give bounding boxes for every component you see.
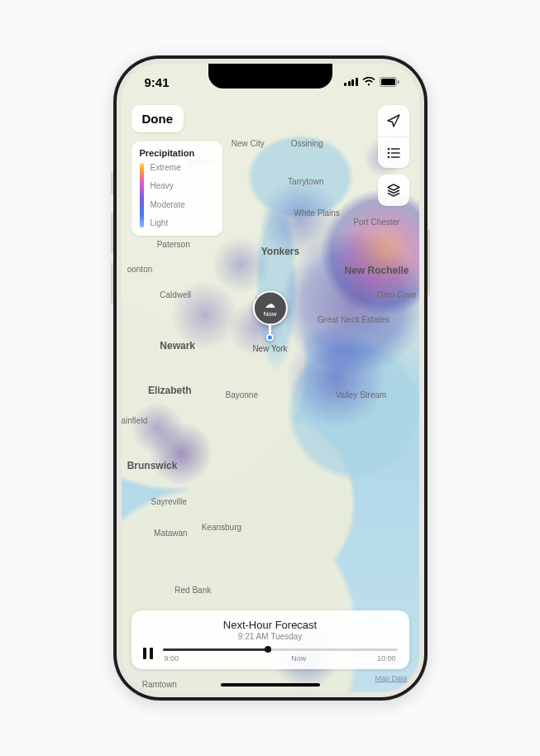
layers-icon [386, 183, 401, 198]
city-label: Port Chester [353, 218, 399, 227]
locations-list-button[interactable] [378, 136, 409, 168]
legend-level: Heavy [151, 181, 185, 190]
legend-title: Precipitation [140, 148, 214, 158]
city-label: Yonkers [261, 246, 299, 257]
map-layers-button[interactable] [378, 175, 409, 206]
pin-location-label: New York [252, 343, 287, 352]
city-label: Tarrytown [288, 177, 323, 186]
city-label: Keansburg [202, 523, 241, 532]
done-button[interactable]: Done [131, 105, 184, 132]
legend-level: Moderate [151, 200, 185, 209]
pause-icon [143, 648, 153, 659]
city-label: Ossining [291, 139, 323, 148]
phone-frame: 9:41 New City Ossining Suffern Tarrytown… [113, 55, 428, 701]
city-label: New Rochelle [345, 265, 409, 276]
pin-label: Now [263, 310, 276, 318]
city-label: Valley Stream [336, 390, 387, 400]
screen: 9:41 New City Ossining Suffern Tarrytown… [122, 64, 419, 692]
notch [208, 64, 332, 89]
city-label: Great Neck Estates [318, 315, 389, 324]
city-label: Red Bank [174, 586, 211, 595]
svg-point-4 [387, 151, 389, 154]
svg-point-3 [387, 147, 389, 150]
svg-point-5 [387, 156, 389, 158]
city-label: Sayreville [151, 497, 187, 506]
forecast-timeline: Next-Hour Forecast 9:21 AM Tuesday 9:00 … [131, 610, 409, 669]
battery-icon [380, 77, 399, 87]
svg-rect-2 [398, 80, 399, 84]
city-label: Matawan [154, 529, 188, 538]
svg-rect-9 [143, 648, 146, 659]
pause-button[interactable] [143, 648, 153, 663]
timeline-thumb[interactable] [265, 646, 271, 653]
cellular-icon [344, 78, 358, 86]
timeline-track[interactable] [163, 648, 398, 651]
wifi-icon [362, 77, 375, 87]
list-bullet-icon [386, 146, 401, 160]
legend-level: Light [151, 218, 185, 227]
city-label: Newark [160, 340, 195, 352]
location-pin[interactable]: ☁ Now New York [252, 290, 287, 352]
city-label: Paterson [157, 240, 190, 249]
city-label: oonton [127, 265, 153, 274]
legend-level: Extreme [151, 163, 185, 172]
tick-end: 10:00 [377, 654, 396, 663]
city-label: Ramtown [142, 680, 177, 689]
city-label: Elizabeth [148, 385, 192, 396]
location-arrow-icon [386, 113, 401, 128]
cloud-rain-icon: ☁ [265, 299, 275, 309]
precipitation-legend: Precipitation Extreme Heavy Moderate Lig… [131, 141, 222, 236]
city-label: White Plains [294, 208, 340, 218]
city-label: ainfield [122, 416, 148, 425]
timeline-timestamp: 9:21 AM Tuesday [143, 632, 398, 641]
status-time: 9:41 [145, 75, 170, 89]
map-attribution-link[interactable]: Map Data [375, 674, 407, 682]
user-location-dot [266, 333, 274, 341]
tick-start: 9:00 [165, 654, 179, 663]
locate-button[interactable] [378, 105, 409, 136]
timeline-title: Next-Hour Forecast [143, 619, 398, 631]
tick-now: Now [291, 654, 306, 663]
city-label: New City [232, 139, 265, 148]
city-label: Brunswick [127, 460, 178, 471]
city-label: Glen Cove [377, 290, 416, 299]
city-label: Bayonne [226, 390, 258, 400]
home-indicator[interactable] [221, 683, 320, 687]
svg-rect-10 [150, 648, 153, 659]
svg-rect-1 [381, 79, 395, 85]
legend-gradient [140, 163, 144, 227]
city-label: Caldwell [160, 290, 191, 299]
